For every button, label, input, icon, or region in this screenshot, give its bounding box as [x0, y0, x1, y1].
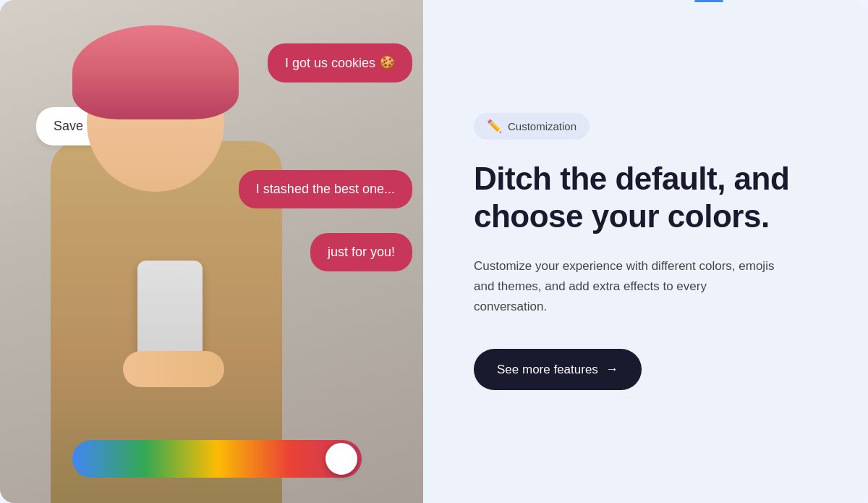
left-panel: I got us cookies 🍪 Save me some! I stash…: [0, 0, 423, 503]
main-container: I got us cookies 🍪 Save me some! I stash…: [0, 0, 868, 503]
chat-bubble-just-for-you: just for you!: [310, 233, 412, 271]
nav-indicator: [694, 0, 723, 2]
bubble-row-3: I stashed the best one...: [36, 170, 412, 221]
cta-label: See more features: [497, 363, 598, 377]
main-heading: Ditch the default, and choose your color…: [474, 160, 817, 237]
chat-bubble-stashed: I stashed the best one...: [239, 170, 412, 208]
bubble-text: I got us cookies 🍪: [285, 56, 395, 70]
bubble-text: just for you!: [328, 245, 395, 259]
color-slider-container: [72, 440, 362, 478]
heading-line2: choose your colors.: [474, 198, 770, 234]
heading-line1: Ditch the default, and: [474, 161, 789, 196]
person-hands: [123, 351, 224, 387]
arrow-icon: →: [605, 362, 618, 377]
customization-icon: ✏️: [487, 119, 502, 134]
bubble-row-4: just for you!: [36, 233, 412, 284]
description-text: Customize your experience with different…: [474, 256, 778, 317]
color-slider-track[interactable]: [72, 440, 362, 478]
badge-label: Customization: [508, 120, 576, 132]
person-hair: [72, 25, 239, 119]
right-panel: ✏️ Customization Ditch the default, and …: [423, 0, 868, 503]
bubble-text: I stashed the best one...: [256, 182, 395, 196]
see-more-features-button[interactable]: See more features →: [474, 349, 642, 390]
chat-bubble-cookies: I got us cookies 🍪: [268, 43, 412, 83]
color-slider-thumb[interactable]: [326, 443, 357, 475]
customization-badge: ✏️ Customization: [474, 113, 590, 140]
